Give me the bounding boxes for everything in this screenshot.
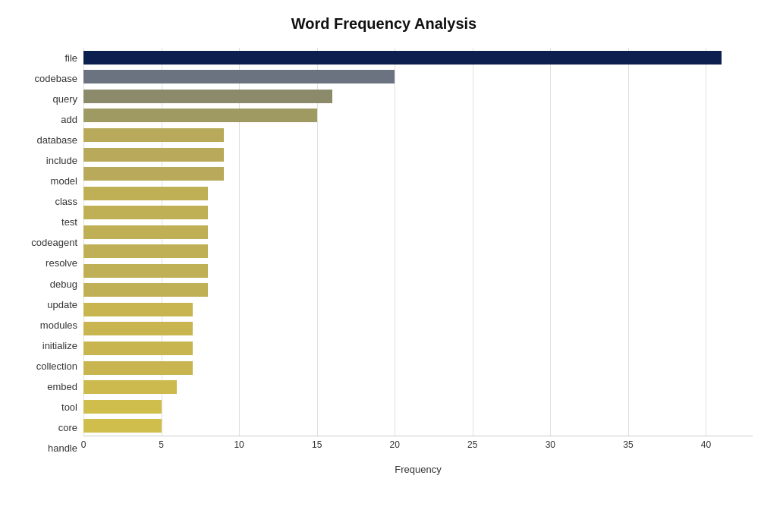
bar-row (83, 377, 753, 397)
x-tick-label: 10 (234, 439, 244, 450)
bar-row (83, 320, 753, 339)
bar (83, 380, 177, 394)
y-label: initialize (42, 341, 77, 351)
chart-area: filecodebasequeryadddatabaseincludemodel… (15, 48, 753, 458)
bar (83, 419, 162, 433)
bar-row (83, 106, 753, 126)
x-tick-label: 5 (159, 439, 164, 450)
bar (83, 342, 193, 355)
y-label: include (46, 156, 77, 165)
bar (83, 148, 224, 162)
bar-row (83, 300, 753, 320)
bar-row (83, 222, 753, 242)
x-tick-label: 15 (312, 439, 322, 450)
x-tick-label: 30 (546, 439, 555, 450)
y-label: add (61, 115, 77, 124)
y-axis: filecodebasequeryadddatabaseincludemodel… (15, 48, 83, 458)
bar (83, 128, 224, 142)
bar-row (83, 338, 753, 358)
bar-row (83, 87, 753, 106)
bar (83, 264, 208, 278)
x-tick-label: 0 (81, 439, 86, 450)
x-axis: Frequency 0510152025303540 (83, 436, 753, 458)
bar-row (83, 164, 753, 184)
y-label: class (55, 197, 77, 206)
y-label: tool (61, 402, 77, 412)
bar (83, 303, 193, 316)
bar (83, 322, 193, 335)
y-label: collection (36, 361, 77, 371)
bar-row (83, 281, 753, 301)
y-label: database (37, 135, 78, 145)
y-label: file (64, 53, 77, 63)
x-tick-label: 25 (467, 439, 477, 450)
bar-row (83, 125, 753, 145)
y-label: core (58, 423, 77, 433)
y-label: handle (48, 443, 77, 453)
bar (83, 51, 722, 65)
bar (83, 244, 208, 258)
y-label: update (47, 300, 77, 310)
y-label: test (61, 217, 77, 227)
chart-title: Word Frequency Analysis (15, 15, 753, 33)
bar-row (83, 358, 753, 378)
bar-row (83, 145, 753, 165)
x-axis-label: Frequency (395, 464, 441, 475)
bar (83, 361, 193, 375)
bar (83, 70, 395, 83)
y-label: query (52, 94, 77, 104)
bar (83, 90, 332, 103)
y-label: codeagent (31, 238, 77, 247)
chart-container: Word Frequency Analysis filecodebasequer… (0, 0, 783, 532)
y-label: codebase (35, 74, 77, 83)
y-label: debug (50, 279, 77, 289)
bar (83, 283, 208, 297)
bar-row (83, 261, 753, 281)
bar (83, 400, 162, 414)
bar-row (83, 397, 753, 417)
bar-row (83, 184, 753, 203)
y-label: modules (40, 320, 77, 330)
x-tick-label: 20 (390, 439, 400, 450)
x-tick-label: 40 (701, 439, 711, 450)
all-bars (83, 48, 753, 436)
bar (83, 167, 224, 181)
bar-row (83, 48, 753, 68)
x-tick-label: 35 (623, 439, 633, 450)
bar-row (83, 203, 753, 222)
bar (83, 225, 208, 239)
bar-row (83, 68, 753, 87)
bar (83, 206, 208, 219)
bar (83, 109, 317, 122)
bars-wrapper: Frequency 0510152025303540 (83, 48, 753, 458)
y-label: resolve (46, 258, 77, 268)
bar-row (83, 241, 753, 261)
bar (83, 187, 208, 200)
y-label: model (51, 176, 77, 186)
bar-row (83, 416, 753, 436)
y-label: embed (47, 382, 77, 392)
